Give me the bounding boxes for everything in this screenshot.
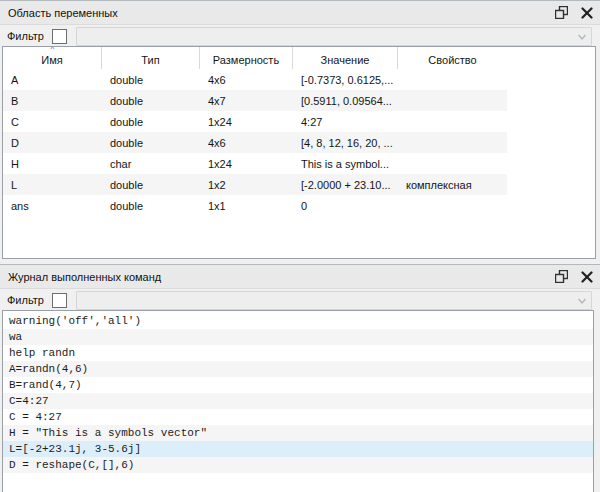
cell-type: double xyxy=(102,137,200,149)
cell-name: ans xyxy=(3,200,102,212)
history-command-item[interactable]: B=rand(4,7) xyxy=(3,377,593,393)
cell-size: 1x1 xyxy=(200,200,293,212)
undock-icon[interactable] xyxy=(554,269,569,284)
variables-panel-title: Область переменных xyxy=(8,7,118,19)
table-row[interactable]: Ddouble4x6[4, 8, 12, 16, 20, ... xyxy=(3,132,507,153)
table-row[interactable]: ansdouble1x10 xyxy=(3,195,507,216)
variables-filterbar: Фильтр xyxy=(0,25,600,47)
history-command-item[interactable]: A=randn(4,6) xyxy=(3,361,593,377)
cell-value: 4:27 xyxy=(293,116,398,128)
history-titlebar: Журнал выполненных команд xyxy=(0,264,600,289)
filter-checkbox[interactable] xyxy=(52,293,67,308)
history-command-item[interactable]: D = reshape(C,[],6) xyxy=(3,457,593,473)
column-header-attribute[interactable]: Свойство xyxy=(398,47,507,69)
cell-value: [-2.0000 + 23.10... xyxy=(293,179,398,191)
variables-table-body: Adouble4x6[-0.7373, 0.6125,...Bdouble4x7… xyxy=(3,69,595,216)
variables-table[interactable]: ^ Имя Тип Размерность Значение Свойство … xyxy=(2,46,596,259)
table-row[interactable]: Hchar1x24This is a symbol... xyxy=(3,153,507,174)
history-filterbar: Фильтр xyxy=(0,289,600,311)
cell-value: 0 xyxy=(293,200,398,212)
cell-name: H xyxy=(3,158,102,170)
cell-value: This is a symbol... xyxy=(293,158,398,170)
cell-type: double xyxy=(102,179,200,191)
variables-table-header: ^ Имя Тип Размерность Значение Свойство xyxy=(3,47,595,69)
history-command-item[interactable]: warning('off','all') xyxy=(3,313,593,329)
variables-titlebar: Область переменных xyxy=(0,0,600,25)
filter-label: Фильтр xyxy=(7,294,44,306)
table-row[interactable]: Ldouble1x2[-2.0000 + 23.10...комплексная xyxy=(3,174,507,195)
cell-size: 1x24 xyxy=(200,116,293,128)
column-header-value[interactable]: Значение xyxy=(293,47,398,69)
cell-type: char xyxy=(102,158,200,170)
close-icon[interactable] xyxy=(579,5,594,20)
cell-size: 1x24 xyxy=(200,158,293,170)
cell-name: A xyxy=(3,74,102,86)
history-command-item[interactable]: C=4:27 xyxy=(3,393,593,409)
history-command-item[interactable]: C = 4:27 xyxy=(3,409,593,425)
cell-size: 4x6 xyxy=(200,137,293,149)
cell-name: L xyxy=(3,179,102,191)
cell-type: double xyxy=(102,74,200,86)
history-command-item[interactable]: wa xyxy=(3,329,593,345)
filter-checkbox[interactable] xyxy=(52,29,67,44)
column-header-size[interactable]: Размерность xyxy=(200,47,293,69)
filter-combobox[interactable] xyxy=(76,27,592,46)
history-command-item[interactable]: H = "This is a symbols vector" xyxy=(3,425,593,441)
filter-label: Фильтр xyxy=(7,30,44,42)
cell-value: [0.5911, 0.09564... xyxy=(293,95,398,107)
history-command-item[interactable]: help randn xyxy=(3,345,593,361)
cell-size: 4x7 xyxy=(200,95,293,107)
table-row[interactable]: Bdouble4x7[0.5911, 0.09564... xyxy=(3,90,507,111)
variables-panel: Область переменных Фильтр xyxy=(0,0,600,47)
command-history-list[interactable]: warning('off','all')wahelp randnA=randn(… xyxy=(2,310,594,492)
history-panel-title: Журнал выполненных команд xyxy=(8,271,161,283)
cell-size: 1x2 xyxy=(200,179,293,191)
cell-value: [4, 8, 12, 16, 20, ... xyxy=(293,137,398,149)
cell-name: C xyxy=(3,116,102,128)
history-command-item[interactable]: L=[-2+23.1j, 3-5.6j] xyxy=(3,441,593,457)
cell-type: double xyxy=(102,116,200,128)
table-row[interactable]: Adouble4x6[-0.7373, 0.6125,... xyxy=(3,69,507,90)
cell-attribute: комплексная xyxy=(398,179,507,191)
sort-ascending-icon: ^ xyxy=(3,46,102,53)
cell-value: [-0.7373, 0.6125,... xyxy=(293,74,398,86)
cell-type: double xyxy=(102,95,200,107)
column-header-type[interactable]: Тип xyxy=(102,47,200,69)
undock-icon[interactable] xyxy=(554,5,569,20)
close-icon[interactable] xyxy=(579,269,594,284)
table-row[interactable]: Cdouble1x244:27 xyxy=(3,111,507,132)
cell-name: B xyxy=(3,95,102,107)
history-panel: Журнал выполненных команд Фильтр xyxy=(0,264,600,311)
cell-size: 4x6 xyxy=(200,74,293,86)
filter-combobox[interactable] xyxy=(76,291,592,310)
chevron-down-icon xyxy=(577,296,587,306)
cell-type: double xyxy=(102,200,200,212)
cell-name: D xyxy=(3,137,102,149)
chevron-down-icon xyxy=(577,32,587,42)
